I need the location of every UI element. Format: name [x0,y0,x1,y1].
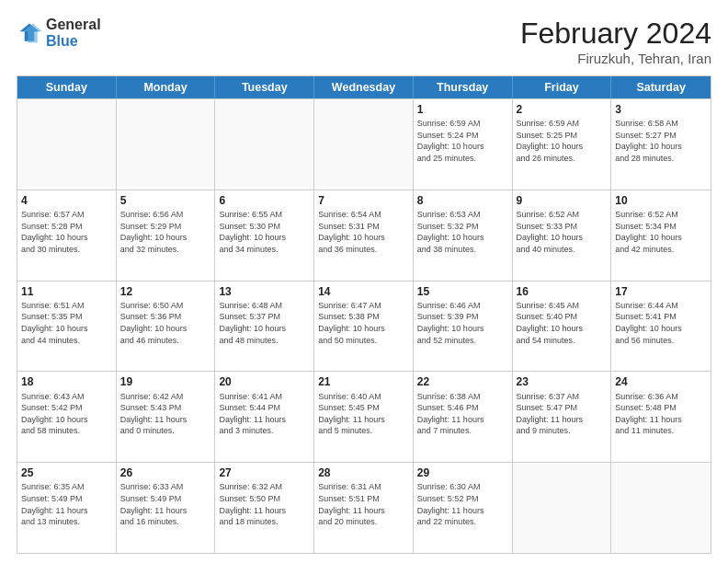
calendar-cell: 8Sunrise: 6:53 AM Sunset: 5:32 PM Daylig… [414,190,513,281]
cell-info: Sunrise: 6:44 AM Sunset: 5:41 PM Dayligh… [615,300,707,346]
day-number: 23 [517,374,608,389]
day-number: 22 [417,374,508,389]
calendar-cell: 27Sunrise: 6:32 AM Sunset: 5:50 PM Dayli… [215,463,314,553]
day-number: 8 [417,193,508,208]
day-number: 13 [219,284,310,299]
calendar-cell [513,463,612,553]
calendar-cell [314,99,414,190]
cell-info: Sunrise: 6:57 AM Sunset: 5:28 PM Dayligh… [21,209,112,255]
day-number: 28 [318,465,409,480]
day-number: 19 [120,374,211,389]
calendar-cell: 23Sunrise: 6:37 AM Sunset: 5:47 PM Dayli… [513,372,612,462]
cell-info: Sunrise: 6:52 AM Sunset: 5:34 PM Dayligh… [615,209,707,255]
cell-info: Sunrise: 6:59 AM Sunset: 5:24 PM Dayligh… [417,118,508,164]
day-number: 29 [417,465,508,480]
cell-info: Sunrise: 6:30 AM Sunset: 5:52 PM Dayligh… [417,481,508,527]
calendar-cell: 14Sunrise: 6:47 AM Sunset: 5:38 PM Dayli… [314,282,414,372]
cell-info: Sunrise: 6:45 AM Sunset: 5:40 PM Dayligh… [517,300,608,346]
calendar-week: 1Sunrise: 6:59 AM Sunset: 5:24 PM Daylig… [17,98,711,190]
calendar-week: 11Sunrise: 6:51 AM Sunset: 5:35 PM Dayli… [17,281,711,372]
calendar-cell: 7Sunrise: 6:54 AM Sunset: 5:31 PM Daylig… [314,190,414,281]
day-number: 25 [21,465,112,480]
logo-icon [17,20,42,46]
calendar-day-header: Monday [117,76,216,98]
cell-info: Sunrise: 6:37 AM Sunset: 5:47 PM Dayligh… [517,391,608,437]
calendar-day-header: Friday [513,76,612,98]
day-number: 1 [417,102,508,117]
calendar-cell [117,99,216,190]
cell-info: Sunrise: 6:56 AM Sunset: 5:29 PM Dayligh… [120,209,211,255]
logo-blue: Blue [46,33,101,50]
day-number: 9 [517,193,608,208]
calendar-day-header: Wednesday [314,76,414,98]
cell-info: Sunrise: 6:33 AM Sunset: 5:49 PM Dayligh… [120,481,211,527]
calendar-week: 4Sunrise: 6:57 AM Sunset: 5:28 PM Daylig… [17,190,711,281]
calendar-cell: 16Sunrise: 6:45 AM Sunset: 5:40 PM Dayli… [513,282,612,372]
calendar-cell: 5Sunrise: 6:56 AM Sunset: 5:29 PM Daylig… [117,190,216,281]
calendar-cell: 21Sunrise: 6:40 AM Sunset: 5:45 PM Dayli… [314,372,414,462]
calendar-cell: 4Sunrise: 6:57 AM Sunset: 5:28 PM Daylig… [17,190,117,281]
title-block: February 2024 Firuzkuh, Tehran, Iran [520,17,711,66]
day-number: 3 [615,102,707,117]
cell-info: Sunrise: 6:40 AM Sunset: 5:45 PM Dayligh… [318,391,409,437]
cell-info: Sunrise: 6:36 AM Sunset: 5:48 PM Dayligh… [615,391,707,437]
calendar-cell [215,99,314,190]
day-number: 7 [318,193,409,208]
calendar-cell: 15Sunrise: 6:46 AM Sunset: 5:39 PM Dayli… [414,282,513,372]
calendar-cell: 3Sunrise: 6:58 AM Sunset: 5:27 PM Daylig… [611,99,711,190]
calendar-cell: 24Sunrise: 6:36 AM Sunset: 5:48 PM Dayli… [611,372,711,462]
day-number: 27 [219,465,310,480]
calendar-body: 1Sunrise: 6:59 AM Sunset: 5:24 PM Daylig… [17,98,711,553]
calendar-cell: 2Sunrise: 6:59 AM Sunset: 5:25 PM Daylig… [513,99,612,190]
logo-text: General Blue [46,17,101,49]
calendar-cell: 22Sunrise: 6:38 AM Sunset: 5:46 PM Dayli… [414,372,513,462]
day-number: 6 [219,193,310,208]
page: General Blue February 2024 Firuzkuh, Teh… [0,0,728,563]
cell-info: Sunrise: 6:32 AM Sunset: 5:50 PM Dayligh… [219,481,310,527]
day-number: 11 [21,284,112,299]
calendar-cell: 26Sunrise: 6:33 AM Sunset: 5:49 PM Dayli… [117,463,216,553]
cell-info: Sunrise: 6:55 AM Sunset: 5:30 PM Dayligh… [219,209,310,255]
calendar-title: February 2024 [520,17,711,51]
calendar-cell: 19Sunrise: 6:42 AM Sunset: 5:43 PM Dayli… [117,372,216,462]
cell-info: Sunrise: 6:42 AM Sunset: 5:43 PM Dayligh… [120,391,211,437]
cell-info: Sunrise: 6:48 AM Sunset: 5:37 PM Dayligh… [219,300,310,346]
cell-info: Sunrise: 6:58 AM Sunset: 5:27 PM Dayligh… [615,118,707,164]
calendar-cell: 9Sunrise: 6:52 AM Sunset: 5:33 PM Daylig… [513,190,612,281]
logo-general: General [46,17,101,33]
calendar-cell: 11Sunrise: 6:51 AM Sunset: 5:35 PM Dayli… [17,282,117,372]
cell-info: Sunrise: 6:41 AM Sunset: 5:44 PM Dayligh… [219,391,310,437]
calendar-day-header: Saturday [611,76,711,98]
calendar-cell: 29Sunrise: 6:30 AM Sunset: 5:52 PM Dayli… [414,463,513,553]
day-number: 15 [417,284,508,299]
calendar-cell: 10Sunrise: 6:52 AM Sunset: 5:34 PM Dayli… [611,190,711,281]
cell-info: Sunrise: 6:50 AM Sunset: 5:36 PM Dayligh… [120,300,211,346]
calendar-header: SundayMondayTuesdayWednesdayThursdayFrid… [17,76,711,98]
cell-info: Sunrise: 6:38 AM Sunset: 5:46 PM Dayligh… [417,391,508,437]
calendar-cell: 18Sunrise: 6:43 AM Sunset: 5:42 PM Dayli… [17,372,117,462]
day-number: 2 [517,102,608,117]
day-number: 20 [219,374,310,389]
cell-info: Sunrise: 6:35 AM Sunset: 5:49 PM Dayligh… [21,481,112,527]
day-number: 26 [120,465,211,480]
calendar-week: 18Sunrise: 6:43 AM Sunset: 5:42 PM Dayli… [17,371,711,462]
calendar-cell: 12Sunrise: 6:50 AM Sunset: 5:36 PM Dayli… [117,282,216,372]
cell-info: Sunrise: 6:53 AM Sunset: 5:32 PM Dayligh… [417,209,508,255]
cell-info: Sunrise: 6:43 AM Sunset: 5:42 PM Dayligh… [21,391,112,437]
calendar-day-header: Tuesday [215,76,314,98]
day-number: 21 [318,374,409,389]
day-number: 17 [615,284,707,299]
calendar-cell: 6Sunrise: 6:55 AM Sunset: 5:30 PM Daylig… [215,190,314,281]
cell-info: Sunrise: 6:47 AM Sunset: 5:38 PM Dayligh… [318,300,409,346]
calendar-cell [17,99,117,190]
calendar-week: 25Sunrise: 6:35 AM Sunset: 5:49 PM Dayli… [17,462,711,553]
calendar-cell [611,463,711,553]
calendar-cell: 28Sunrise: 6:31 AM Sunset: 5:51 PM Dayli… [314,463,414,553]
calendar-cell: 13Sunrise: 6:48 AM Sunset: 5:37 PM Dayli… [215,282,314,372]
calendar-cell: 1Sunrise: 6:59 AM Sunset: 5:24 PM Daylig… [414,99,513,190]
day-number: 18 [21,374,112,389]
calendar: SundayMondayTuesdayWednesdayThursdayFrid… [17,75,711,554]
cell-info: Sunrise: 6:51 AM Sunset: 5:35 PM Dayligh… [21,300,112,346]
day-number: 4 [21,193,112,208]
calendar-cell: 25Sunrise: 6:35 AM Sunset: 5:49 PM Dayli… [17,463,117,553]
